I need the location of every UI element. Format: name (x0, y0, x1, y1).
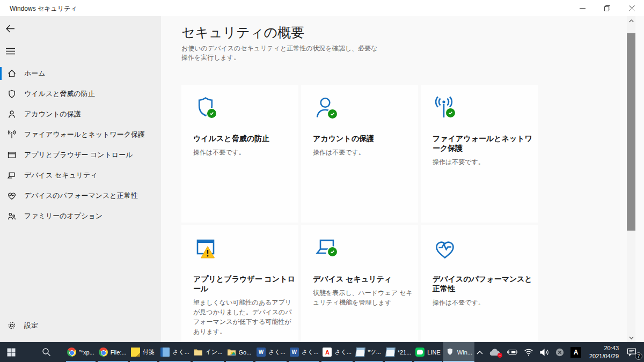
taskbar-app-sticky-notes[interactable]: 付箋 (129, 342, 159, 362)
check-badge-icon (327, 246, 338, 257)
card-device-security[interactable]: デバイス セキュリティ 状態を表示し、ハードウェア セキュリティ機能を管理します (301, 225, 418, 342)
card-description: 望ましくない可能性のあるアプリが見つかりました。デバイスのパフォーマンスが低下す… (193, 298, 297, 336)
taskbar-app-chrome-1[interactable]: "*xp... (65, 342, 97, 362)
card-firewall-network[interactable]: ファイアウォールとネットワーク保護 操作は不要です。 (421, 85, 538, 223)
card-title: デバイスのパフォーマンスと正常性 (433, 275, 537, 294)
sidebar-item-label: ファミリーのオプション (24, 211, 103, 221)
folder-icon (194, 348, 203, 357)
gear-icon (7, 321, 17, 330)
sidebar-item-label: アプリとブラウザー コントロール (24, 150, 133, 160)
system-tray: – A 20:43 2021/04/29 7 (474, 342, 644, 362)
card-virus-threat-protection[interactable]: ウイルスと脅威の防止 操作は不要です。 (181, 85, 298, 223)
card-title: ファイアウォールとネットワーク保護 (433, 134, 537, 153)
taskbar-app-label: さく... (302, 348, 319, 356)
sidebar-item-account-protection[interactable]: アカウントの保護 (0, 104, 161, 124)
sidebar-item-app-browser-control[interactable]: アプリとブラウザー コントロール (0, 145, 161, 165)
windows-security-shield-icon (445, 348, 455, 357)
check-badge-icon (327, 108, 338, 120)
sidebar-item-settings[interactable]: 設定 (0, 315, 161, 336)
clock-date: 2021/04/29 (589, 353, 619, 359)
person-icon (7, 109, 17, 119)
laptop-icon (7, 171, 17, 180)
family-icon (7, 211, 17, 221)
taskbar-app-label: File:... (111, 349, 127, 356)
sidebar-nav: ホーム ウイルスと脅威の防止 アカウントの保護 ファイアウォールとネットワーク保… (0, 63, 161, 226)
wifi-icon[interactable] (522, 342, 536, 362)
card-account-protection[interactable]: アカウントの保護 操作は不要です。 (301, 85, 418, 223)
drive-folder-icon (227, 348, 236, 357)
taskbar-app-label: Win... (457, 349, 472, 356)
home-icon (7, 69, 17, 78)
scroll-down-arrow[interactable] (627, 333, 635, 342)
page-title: セキュリティの概要 (181, 24, 304, 41)
sidebar-settings: 設定 (0, 315, 161, 336)
chrome-icon (99, 348, 108, 357)
word-icon: W (290, 348, 299, 357)
card-device-performance[interactable]: デバイスのパフォーマンスと正常性 操作は不要です。 (421, 225, 538, 342)
scroll-up-arrow[interactable] (627, 16, 635, 25)
tray-expand-chevron[interactable] (474, 342, 485, 362)
taskbar-clock[interactable]: 20:43 2021/04/29 (586, 342, 623, 362)
heart-pulse-icon (7, 191, 17, 201)
window-controls (570, 0, 644, 16)
network-antenna-icon (7, 130, 17, 139)
main-content: セキュリティの概要 お使いのデバイスのセキュリティと正常性の状況を確認し、必要な… (161, 16, 635, 342)
restore-button[interactable] (595, 0, 619, 16)
card-description: 状態を表示し、ハードウェア セキュリティ機能を管理します (313, 288, 417, 307)
taskbar-app-windows-security[interactable]: Win... (443, 342, 474, 362)
shield-icon (7, 89, 17, 99)
sidebar-item-label: デバイスのパフォーマンスと正常性 (24, 191, 138, 201)
taskbar-app-notepad-1[interactable]: *ツ... (354, 342, 384, 362)
line-icon (415, 348, 425, 357)
taskbar-app-label: LINE (427, 349, 440, 356)
taskbar-app-folder[interactable]: イン... (192, 342, 225, 362)
onedrive-icon[interactable]: – (487, 342, 502, 362)
minimize-button[interactable] (570, 0, 595, 16)
hamburger-menu-button[interactable] (5, 43, 24, 59)
action-center-button[interactable]: 7 (625, 342, 642, 362)
taskbar-search-button[interactable] (35, 342, 57, 362)
taskbar-app-word-2[interactable]: W さく... (288, 342, 321, 362)
taskbar-app-book[interactable]: さく... (158, 342, 192, 362)
taskbar-app-label: さく... (334, 348, 352, 356)
vertical-scrollbar[interactable] (627, 16, 635, 342)
card-app-browser-control[interactable]: アプリとブラウザー コントロール 望ましくない可能性のあるアプリが見つかりました… (181, 225, 298, 342)
security-cards-grid: ウイルスと脅威の防止 操作は不要です。 アカウントの保護 操作は不要です。 (181, 85, 538, 342)
browser-window-icon (7, 150, 17, 160)
windows-logo-icon (7, 348, 16, 357)
sidebar-item-label: アカウントの保護 (24, 109, 81, 119)
sidebar-item-label: デバイス セキュリティ (24, 171, 98, 180)
ime-a-icon: A (570, 347, 581, 358)
ime-indicator[interactable]: A (568, 342, 583, 362)
sidebar-item-label: ホーム (24, 69, 46, 78)
card-description: 操作は不要です。 (433, 157, 537, 167)
sidebar-item-firewall-network[interactable]: ファイアウォールとネットワーク保護 (0, 124, 161, 145)
taskbar-app-label: "*xp... (79, 349, 94, 356)
taskbar-app-label: *ツ... (368, 348, 381, 356)
sidebar-item-virus-threat-protection[interactable]: ウイルスと脅威の防止 (0, 84, 161, 104)
close-button[interactable] (619, 0, 644, 16)
sidebar-item-device-security[interactable]: デバイス セキュリティ (0, 165, 161, 186)
sidebar-item-home[interactable]: ホーム (0, 63, 161, 84)
taskbar-app-acrobat[interactable]: A さく... (320, 342, 354, 362)
back-button[interactable] (5, 20, 24, 36)
taskbar-app-drive-folder[interactable]: Go... (225, 342, 255, 362)
heart-pulse-icon (433, 236, 459, 261)
start-button[interactable] (0, 342, 22, 362)
battery-icon[interactable] (504, 342, 519, 362)
scrollbar-thumb[interactable] (627, 33, 635, 231)
sticky-note-icon (131, 348, 140, 357)
app-body: ホーム ウイルスと脅威の防止 アカウントの保護 ファイアウォールとネットワーク保… (0, 16, 644, 342)
sidebar-item-family-options[interactable]: ファミリーのオプション (0, 206, 161, 226)
sidebar-item-device-performance[interactable]: デバイスのパフォーマンスと正常性 (0, 186, 161, 206)
speaker-icon[interactable] (538, 342, 551, 362)
taskbar-app-notepad-2[interactable]: *21... (384, 342, 414, 362)
check-badge-icon (206, 108, 217, 119)
onedrive-error-badge: – (497, 353, 502, 358)
taskbar-app-chrome-2[interactable]: File:... (97, 342, 129, 362)
search-icon (42, 348, 51, 357)
status-x-circle-icon[interactable] (553, 342, 566, 362)
taskbar-app-word-1[interactable]: W さく... (254, 342, 288, 362)
taskbar-app-line[interactable]: LINE (413, 342, 443, 362)
sidebar: ホーム ウイルスと脅威の防止 アカウントの保護 ファイアウォールとネットワーク保… (0, 16, 161, 342)
